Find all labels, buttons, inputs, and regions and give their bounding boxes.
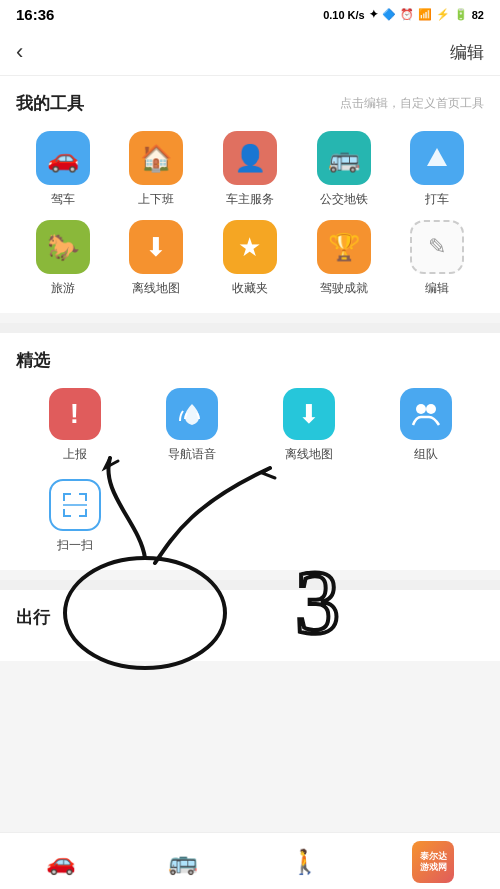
- bottom-logo-img: 泰尔达游戏网: [412, 841, 454, 883]
- svg-point-1: [416, 404, 426, 414]
- tool-travel-icon: 🐎: [36, 220, 90, 274]
- tool-taxi-label: 打车: [425, 191, 449, 208]
- battery-level: 82: [472, 9, 484, 21]
- top-nav: ‹ 编辑: [0, 29, 500, 76]
- bottom-nav: 🚗 🚌 🚶 泰尔达游戏网: [0, 832, 500, 889]
- tool-favorites-label: 收藏夹: [232, 280, 268, 297]
- tool-taxi[interactable]: 打车: [390, 131, 484, 208]
- battery-icon: 🔋: [454, 8, 468, 21]
- tool-commute-icon: 🏠: [129, 131, 183, 185]
- bottom-drive-icon: 🚗: [46, 848, 76, 876]
- tool-drive-label: 驾车: [51, 191, 75, 208]
- feat-scan-icon: [49, 479, 101, 531]
- tool-favorites[interactable]: ★ 收藏夹: [203, 220, 297, 297]
- svg-rect-8: [63, 509, 65, 517]
- feat-report-label: 上报: [63, 446, 87, 463]
- alarm-icon: ⏰: [400, 8, 414, 21]
- svg-point-2: [426, 404, 436, 414]
- tool-transit-label: 公交地铁: [320, 191, 368, 208]
- feat-report-icon: !: [49, 388, 101, 440]
- network-speed: 0.10 K/s: [323, 9, 365, 21]
- tool-offline-icon: ⬇: [129, 220, 183, 274]
- status-time: 16:36: [16, 6, 54, 23]
- feat-team-icon: [400, 388, 452, 440]
- tool-achievement-icon: 🏆: [317, 220, 371, 274]
- feat-report[interactable]: ! 上报: [16, 388, 133, 463]
- tool-offline-map[interactable]: ⬇ 离线地图: [110, 220, 204, 297]
- page-title: 编辑: [450, 41, 484, 64]
- feat-team[interactable]: 组队: [367, 388, 484, 463]
- tool-edit-label: 编辑: [425, 280, 449, 297]
- feat-voice-label: 导航语音: [168, 446, 216, 463]
- tool-transit-icon: 🚌: [317, 131, 371, 185]
- travel-section: 出行: [0, 590, 500, 661]
- tool-achievement-label: 驾驶成就: [320, 280, 368, 297]
- tools-hint: 点击编辑，自定义首页工具: [340, 95, 484, 112]
- feat-scan[interactable]: 扫一扫: [16, 479, 133, 554]
- logo-text: 泰尔达游戏网: [420, 851, 447, 873]
- divider-1: [0, 323, 500, 333]
- my-tools-title: 我的工具: [16, 92, 84, 115]
- bluetooth-icon: ✦: [369, 8, 378, 21]
- back-button[interactable]: ‹: [16, 39, 23, 65]
- bottom-walk-icon: 🚶: [290, 848, 320, 876]
- tool-owner-label: 车主服务: [226, 191, 274, 208]
- tool-transit[interactable]: 🚌 公交地铁: [297, 131, 391, 208]
- feat-offline-icon: ⬇: [283, 388, 335, 440]
- tool-edit-icon: ✎: [410, 220, 464, 274]
- svg-rect-10: [85, 509, 87, 517]
- status-right: 0.10 K/s ✦ 🔷 ⏰ 📶 ⚡ 🔋 82: [323, 8, 484, 21]
- tool-favorites-icon: ★: [223, 220, 277, 274]
- feat-voice-nav[interactable]: 导航语音: [133, 388, 250, 463]
- svg-rect-4: [63, 493, 65, 501]
- signal-icon: 📶: [418, 8, 432, 21]
- svg-marker-0: [427, 148, 447, 166]
- tool-taxi-icon: [410, 131, 464, 185]
- tool-drive-icon: 🚗: [36, 131, 90, 185]
- charge-icon: ⚡: [436, 8, 450, 21]
- tool-owner-icon: 👤: [223, 131, 277, 185]
- featured-section: 精选 ! 上报 导航语音: [0, 333, 500, 570]
- tool-offline-label: 离线地图: [132, 280, 180, 297]
- featured-grid: ! 上报 导航语音 ⬇ 离线地图: [16, 388, 484, 554]
- tool-commute-label: 上下班: [138, 191, 174, 208]
- status-bar: 16:36 0.10 K/s ✦ 🔷 ⏰ 📶 ⚡ 🔋 82: [0, 0, 500, 29]
- bottom-nav-walk[interactable]: 🚶: [290, 848, 320, 876]
- tool-owner[interactable]: 👤 车主服务: [203, 131, 297, 208]
- tool-travel[interactable]: 🐎 旅游: [16, 220, 110, 297]
- tools-grid: 🚗 驾车 🏠 上下班 👤 车主服务 🚌 公交地铁: [16, 131, 484, 297]
- feat-offline[interactable]: ⬇ 离线地图: [250, 388, 367, 463]
- feat-scan-label: 扫一扫: [57, 537, 93, 554]
- tool-drive[interactable]: 🚗 驾车: [16, 131, 110, 208]
- divider-2: [0, 580, 500, 590]
- feat-offline-label: 离线地图: [285, 446, 333, 463]
- feat-team-label: 组队: [414, 446, 438, 463]
- bottom-nav-logo[interactable]: 泰尔达游戏网: [412, 841, 454, 883]
- bottom-transit-icon: 🚌: [168, 848, 198, 876]
- featured-title: 精选: [16, 349, 50, 372]
- featured-header: 精选: [16, 349, 484, 372]
- tool-travel-label: 旅游: [51, 280, 75, 297]
- bt-icon: 🔷: [382, 8, 396, 21]
- feat-voice-icon: [166, 388, 218, 440]
- travel-title: 出行: [16, 606, 50, 629]
- bottom-nav-drive[interactable]: 🚗: [46, 848, 76, 876]
- tools-header: 我的工具 点击编辑，自定义首页工具: [16, 92, 484, 115]
- tool-achievement[interactable]: 🏆 驾驶成就: [297, 220, 391, 297]
- my-tools-section: 我的工具 点击编辑，自定义首页工具 🚗 驾车 🏠 上下班 👤 车主服务 🚌 公交…: [0, 76, 500, 313]
- tool-edit[interactable]: ✎ 编辑: [390, 220, 484, 297]
- travel-header: 出行: [16, 606, 484, 629]
- svg-rect-6: [85, 493, 87, 501]
- tool-commute[interactable]: 🏠 上下班: [110, 131, 204, 208]
- bottom-nav-transit[interactable]: 🚌: [168, 848, 198, 876]
